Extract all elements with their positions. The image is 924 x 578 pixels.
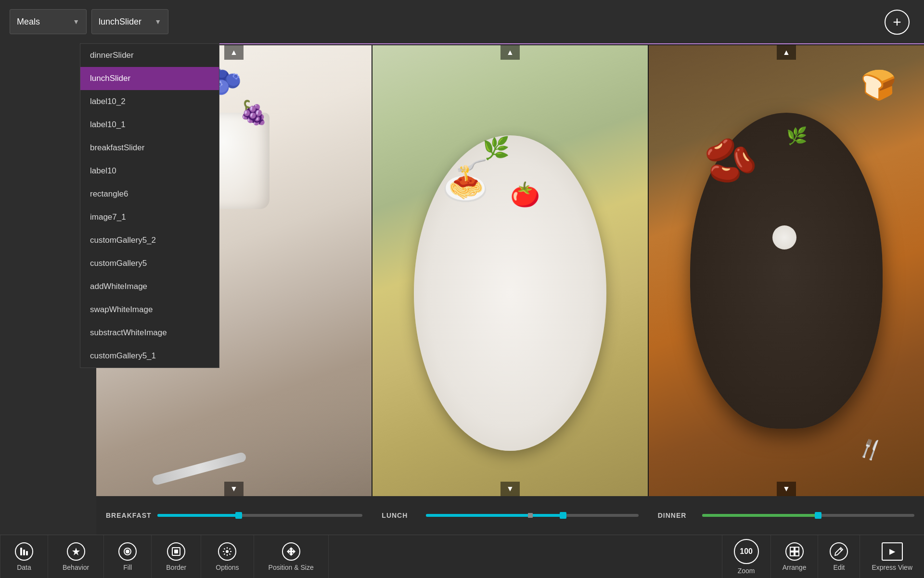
slider-bar: BREAKFAST LUNCH DINNER bbox=[96, 496, 924, 535]
svg-rect-8 bbox=[790, 547, 794, 551]
meals-dropdown-label: Meals bbox=[17, 17, 40, 27]
toolbar-express-view[interactable]: Express View bbox=[860, 535, 924, 578]
toolbar-fill[interactable]: Fill bbox=[104, 535, 152, 578]
dropdown-item-lunchSlider[interactable]: lunchSlider bbox=[80, 67, 219, 90]
dinner-fill bbox=[702, 514, 819, 517]
scroll-up-yogurt[interactable]: ▲ bbox=[224, 45, 244, 60]
scroll-down-tortellini[interactable]: ▼ bbox=[500, 482, 520, 496]
lunch-thumb-center[interactable] bbox=[528, 513, 533, 518]
panels-row: ▲ 🍓 🫐 🍇 ▼ + Yogurt and Fruit bbox=[96, 45, 924, 535]
svg-rect-2 bbox=[26, 551, 28, 555]
svg-rect-1 bbox=[23, 550, 25, 555]
dropdown-item-image7_1[interactable]: image7_1 bbox=[80, 206, 219, 229]
svg-rect-9 bbox=[795, 547, 799, 551]
zoom-circle: 100 bbox=[734, 539, 759, 564]
dinner-track[interactable] bbox=[702, 514, 914, 517]
toolbar-data[interactable]: Data bbox=[0, 535, 48, 578]
lunch-slider-section: LUNCH bbox=[372, 512, 648, 519]
zoom-label: Zoom bbox=[738, 567, 755, 575]
dropdown-item-breakfastSlider[interactable]: breakfastSlider bbox=[80, 136, 219, 159]
lunch-fill bbox=[426, 514, 564, 517]
dropdown-item-dinnerSlider[interactable]: dinnerSlider bbox=[80, 44, 219, 67]
add-button[interactable]: + bbox=[885, 10, 910, 35]
dinner-label: DINNER bbox=[658, 512, 696, 519]
svg-point-7 bbox=[226, 550, 229, 553]
dropdown-item-label10[interactable]: label10 bbox=[80, 159, 219, 183]
svg-rect-6 bbox=[174, 550, 178, 553]
breakfast-track[interactable] bbox=[157, 514, 363, 517]
svg-rect-11 bbox=[795, 552, 799, 556]
toolbar-arrange[interactable]: Arrange bbox=[770, 535, 818, 578]
border-label: Border bbox=[166, 564, 186, 571]
border-icon bbox=[167, 542, 185, 561]
position-size-label: Position & Size bbox=[269, 564, 314, 571]
toolbar-right: 100 Zoom Arrange bbox=[722, 535, 924, 578]
toolbar-position-size[interactable]: Position & Size bbox=[254, 535, 329, 578]
behavior-label: Behavior bbox=[63, 564, 89, 571]
toolbar-behavior[interactable]: Behavior bbox=[48, 535, 104, 578]
scroll-up-beans[interactable]: ▲ bbox=[777, 45, 796, 60]
panel-beans: ▲ 🫘 🌿 🍞 🍴 ▼ + Baked Beans bbox=[649, 45, 924, 535]
dropdown-item-rectangle6[interactable]: rectangle6 bbox=[80, 183, 219, 206]
scroll-down-yogurt[interactable]: ▼ bbox=[224, 482, 244, 496]
toolbar-options[interactable]: Options bbox=[201, 535, 254, 578]
fill-icon bbox=[118, 542, 137, 561]
zoom-value: 100 bbox=[740, 547, 753, 556]
dropdown-item-swapWhiteImage[interactable]: swapWhiteImage bbox=[80, 298, 219, 321]
arrange-label: Arrange bbox=[783, 564, 807, 571]
toolbar-border[interactable]: Border bbox=[152, 535, 201, 578]
component-dropdown-label: lunchSlider bbox=[99, 17, 141, 27]
toolbar-edit[interactable]: Edit bbox=[818, 535, 860, 578]
svg-point-4 bbox=[126, 550, 129, 553]
dropdown-item-customGallery5[interactable]: customGallery5 bbox=[80, 252, 219, 275]
lunch-track[interactable] bbox=[426, 514, 638, 517]
dropdown-item-substractWhiteImage[interactable]: substractWhiteImage bbox=[80, 321, 219, 344]
position-size-icon bbox=[282, 542, 300, 561]
dropdown-item-addWhiteImage[interactable]: addWhiteImage bbox=[80, 275, 219, 298]
bottom-toolbar: Data Behavior Fill Border bbox=[0, 535, 924, 578]
lunch-label: LUNCH bbox=[382, 512, 420, 519]
meals-dropdown[interactable]: Meals ▼ bbox=[10, 9, 87, 34]
meals-dropdown-arrow: ▼ bbox=[73, 18, 79, 26]
fill-label: Fill bbox=[123, 564, 132, 571]
gallery-wrapper: ▲ 🍓 🫐 🍇 ▼ + Yogurt and Fruit bbox=[96, 45, 924, 535]
svg-rect-0 bbox=[20, 548, 22, 555]
dropdown-item-customGallery5_1[interactable]: customGallery5_1 bbox=[80, 344, 219, 368]
dinner-slider-section: DINNER bbox=[648, 512, 924, 519]
component-dropdown-arrow: ▼ bbox=[154, 18, 161, 26]
dropdown-item-label10_1[interactable]: label10_1 bbox=[80, 113, 219, 136]
dropdown-item-label10_2[interactable]: label10_2 bbox=[80, 90, 219, 113]
options-icon bbox=[218, 542, 236, 561]
dropdown-item-customGallery5_2[interactable]: customGallery5_2 bbox=[80, 229, 219, 252]
lunch-thumb[interactable] bbox=[560, 512, 566, 519]
breakfast-label: BREAKFAST bbox=[106, 512, 152, 519]
component-dropdown-menu: dinnerSliderlunchSliderlabel10_2label10_… bbox=[80, 43, 219, 368]
arrange-icon bbox=[785, 542, 804, 561]
data-icon bbox=[15, 542, 33, 561]
svg-rect-10 bbox=[790, 552, 794, 556]
express-view-label: Express View bbox=[872, 564, 912, 571]
options-label: Options bbox=[216, 564, 239, 571]
data-label: Data bbox=[17, 564, 31, 571]
breakfast-fill bbox=[157, 514, 240, 517]
express-view-icon bbox=[882, 542, 903, 561]
scroll-down-beans[interactable]: ▼ bbox=[777, 482, 796, 496]
panel-tortellini: ▲ 🍝 🍅 🌿 ▼ + Tortellini with Tomatoes and… bbox=[372, 45, 648, 535]
dinner-thumb[interactable] bbox=[815, 512, 821, 519]
toolbar-zoom[interactable]: 100 Zoom bbox=[722, 535, 770, 578]
behavior-icon bbox=[67, 542, 85, 561]
breakfast-thumb[interactable] bbox=[235, 512, 242, 519]
breakfast-slider-section: BREAKFAST bbox=[96, 512, 372, 519]
edit-icon bbox=[830, 542, 848, 561]
top-bar: Meals ▼ lunchSlider ▼ + bbox=[0, 0, 924, 43]
component-dropdown[interactable]: lunchSlider ▼ bbox=[91, 9, 168, 34]
edit-label: Edit bbox=[833, 564, 845, 571]
scroll-up-tortellini[interactable]: ▲ bbox=[500, 45, 520, 60]
